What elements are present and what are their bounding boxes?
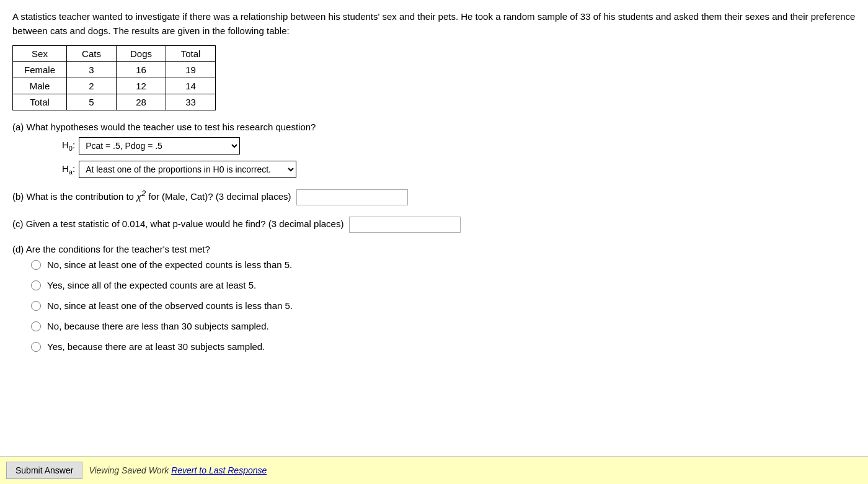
radio-item-d-2: No, since at least one of the observed c…	[31, 300, 856, 311]
answer-c-input[interactable]	[349, 217, 461, 233]
question-b-pre: (b) What is the contribution to χ2 for (…	[12, 191, 294, 202]
h0-select[interactable]: Pcat = .5, Pdog = .5Pcat = .4, Pdog = .6…	[79, 137, 240, 155]
saved-work-text: Viewing Saved Work Revert to Last Respon…	[89, 465, 267, 475]
submit-button[interactable]: Submit Answer	[6, 462, 82, 479]
section-a: (a) What hypotheses would the teacher us…	[12, 122, 856, 178]
section-c: (c) Given a test statistic of 0.014, wha…	[12, 217, 856, 233]
h0-label: H0:	[62, 140, 75, 152]
radio-label-d-4: Yes, because there are at least 30 subje…	[47, 341, 265, 352]
ha-label: Ha:	[62, 163, 75, 176]
radio-label-d-2: No, since at least one of the observed c…	[47, 300, 293, 311]
radio-item-d-4: Yes, because there are at least 30 subje…	[31, 341, 856, 352]
radio-d-3[interactable]	[31, 321, 41, 331]
radio-d-4[interactable]	[31, 342, 41, 352]
radio-d-2[interactable]	[31, 301, 41, 311]
radio-item-d-1: Yes, since all of the expected counts ar…	[31, 280, 856, 290]
revert-link[interactable]: Revert to Last Response	[171, 465, 267, 475]
intro-text: A statistics teacher wanted to investiga…	[12, 10, 856, 38]
question-c-label: (c) Given a test statistic of 0.014, wha…	[12, 218, 343, 229]
radio-item-d-3: No, because there are less than 30 subje…	[31, 321, 856, 331]
radio-d-0[interactable]	[31, 260, 41, 270]
h0-row: H0: Pcat = .5, Pdog = .5Pcat = .4, Pdog …	[62, 137, 856, 155]
radio-label-d-3: No, because there are less than 30 subje…	[47, 321, 269, 331]
answer-b-input[interactable]	[296, 189, 408, 205]
radio-group-d: No, since at least one of the expected c…	[31, 259, 856, 352]
radio-label-d-1: Yes, since all of the expected counts ar…	[47, 280, 256, 290]
ha-row: Ha: At least one of the proportions in H…	[62, 161, 856, 178]
radio-item-d-0: No, since at least one of the expected c…	[31, 259, 856, 270]
radio-d-1[interactable]	[31, 280, 41, 290]
data-table: SexCatsDogsTotalFemale31619Male21214Tota…	[12, 45, 216, 110]
ha-select[interactable]: At least one of the proportions in H0 is…	[79, 161, 296, 178]
section-d: (d) Are the conditions for the teacher's…	[12, 244, 856, 352]
question-a-label: (a) What hypotheses would the teacher us…	[12, 122, 856, 132]
question-d-label: (d) Are the conditions for the teacher's…	[12, 244, 856, 254]
section-b: (b) What is the contribution to χ2 for (…	[12, 189, 856, 205]
radio-label-d-0: No, since at least one of the expected c…	[47, 259, 292, 270]
bottom-bar: Submit Answer Viewing Saved Work Revert …	[0, 456, 868, 484]
